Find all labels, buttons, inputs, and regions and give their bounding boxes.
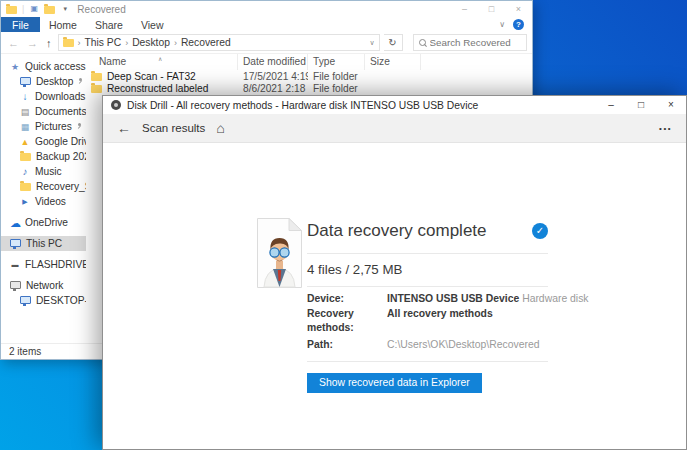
device-value: INTENSO USB USB Device Hardware disk (387, 292, 589, 307)
column-header-name[interactable]: ∧Name (86, 54, 238, 70)
search-input[interactable] (430, 37, 522, 48)
forward-icon[interactable]: → (25, 37, 40, 49)
pin-icon (77, 123, 83, 130)
computer-icon (20, 296, 31, 304)
column-header-date-modified[interactable]: Date modified (238, 54, 308, 70)
breadcrumb-separator: › (125, 38, 128, 48)
column-header-size[interactable]: Size (365, 54, 421, 70)
file-row[interactable]: Reconstructed labeled 8/6/2021 2:18 μμ F… (86, 83, 532, 96)
explorer-window-title: Recovered (77, 4, 125, 15)
more-options-icon[interactable]: ••• (659, 124, 672, 133)
sidebar-item-flashdrive[interactable]: ▬ FLASHDRIVE (E:) (1, 257, 86, 272)
tab-view[interactable]: View (132, 17, 173, 32)
navigation-pane: ★ Quick access Desktop ↓ Downloads ▤ Doc… (1, 54, 86, 344)
diskdrill-window-controls: – □ × (596, 96, 686, 114)
breadcrumb[interactable]: › This PC › Desktop › Recovered ∨ (58, 34, 380, 51)
star-icon: ★ (10, 62, 20, 72)
minimize-button[interactable]: – (451, 2, 478, 17)
file-name-cell: Deep Scan - FAT32 (86, 71, 238, 82)
tab-file[interactable]: File (1, 17, 40, 32)
video-icon: ▶ (20, 197, 30, 207)
quick-access-toolbar: | ▣ ▾ (6, 4, 70, 14)
sidebar-item-recovery-sample[interactable]: Recovery_Sample_C (1, 179, 86, 194)
diskdrill-window: Disk Drill - All recovery methods - Hard… (102, 95, 687, 450)
sidebar-item-label: Quick access (25, 61, 86, 72)
sidebar-item-network-pc[interactable]: DESKTOP-HU849TS (1, 293, 86, 308)
sidebar-item-label: Google Drive (35, 136, 86, 147)
sidebar-item-label: Recovery_Sample_C (36, 181, 86, 192)
ribbon-tabs: File Home Share View ∨ ? (1, 17, 532, 32)
close-button[interactable]: × (656, 96, 686, 114)
music-note-icon: ♪ (20, 167, 30, 177)
path-row: Path: C:\Users\OK\Desktop\Recovered (307, 338, 548, 353)
qat-customize-icon[interactable]: ▾ (60, 4, 70, 14)
device-extra: Hardware disk (522, 293, 588, 304)
ribbon-collapse-icon[interactable]: ∨ (499, 20, 505, 29)
back-icon[interactable]: ← (117, 120, 131, 136)
sidebar-item-label: Videos (35, 196, 66, 207)
column-header-type[interactable]: Type (308, 54, 365, 70)
sidebar-item-music[interactable]: ♪ Music (1, 164, 86, 179)
maximize-button[interactable]: □ (626, 96, 656, 114)
diskdrill-content: Data recovery complete ✓ 4 files / 2,75 … (103, 143, 686, 449)
divider (307, 361, 548, 362)
search-icon (419, 39, 426, 46)
sidebar-item-pictures[interactable]: ▦ Pictures (1, 119, 86, 134)
sidebar-item-desktop[interactable]: Desktop (1, 74, 86, 89)
new-folder-icon[interactable] (44, 6, 55, 14)
sidebar-item-label: Network (26, 280, 63, 291)
tab-share[interactable]: Share (86, 17, 132, 32)
sidebar-item-network[interactable]: Network (1, 278, 86, 293)
help-icon[interactable]: ? (513, 19, 524, 30)
file-type-cell: File folder (308, 71, 365, 82)
up-icon[interactable]: ↑ (44, 37, 54, 49)
diskdrill-titlebar: Disk Drill - All recovery methods - Hard… (103, 96, 686, 114)
address-bar: ← → ↑ › This PC › Desktop › Recovered ∨ … (1, 32, 532, 54)
path-label: Path: (307, 338, 387, 353)
file-name-cell: Reconstructed labeled (86, 83, 238, 94)
sort-ascending-icon: ∧ (158, 51, 162, 67)
close-button[interactable]: × (505, 2, 532, 17)
file-date-cell: 17/5/2021 4:19 μμ (238, 71, 308, 82)
document-icon: ▤ (20, 107, 30, 117)
sidebar-item-backup[interactable]: Backup 2021-02-07 (1, 149, 86, 164)
recovery-avatar-illustration (256, 217, 303, 289)
sidebar-item-videos[interactable]: ▶ Videos (1, 194, 86, 209)
window-folder-icon (6, 6, 17, 14)
sidebar-item-quick-access[interactable]: ★ Quick access (1, 59, 86, 74)
breadcrumb-folder-icon (63, 39, 74, 47)
ribbon-right-controls: ∨ ? (499, 17, 532, 32)
download-arrow-icon: ↓ (20, 92, 30, 102)
explorer-window-controls: – □ × (451, 2, 532, 17)
diskdrill-app-icon (111, 100, 121, 110)
computer-icon (10, 239, 21, 247)
column-headers: ∧Name Date modified Type Size (86, 54, 532, 70)
file-row[interactable]: Deep Scan - FAT32 17/5/2021 4:19 μμ File… (86, 70, 532, 83)
breadcrumb-this-pc[interactable]: This PC (85, 37, 122, 48)
file-type-cell: File folder (308, 83, 365, 94)
breadcrumb-desktop[interactable]: Desktop (132, 37, 170, 48)
sidebar-item-downloads[interactable]: ↓ Downloads (1, 89, 86, 104)
back-icon[interactable]: ← (6, 37, 21, 49)
maximize-button[interactable]: □ (478, 2, 505, 17)
sidebar-item-this-pc[interactable]: This PC (1, 236, 86, 251)
sidebar-item-google-drive[interactable]: ▲ Google Drive (1, 134, 86, 149)
tab-home[interactable]: Home (40, 17, 86, 32)
refresh-icon[interactable]: ↻ (384, 34, 403, 51)
home-icon[interactable]: ⌂ (216, 120, 224, 136)
page-title: Data recovery complete (307, 220, 487, 242)
breadcrumb-recovered[interactable]: Recovered (181, 37, 231, 48)
diskdrill-window-title: Disk Drill - All recovery methods - Hard… (127, 100, 478, 111)
breadcrumb-separator: › (78, 38, 81, 48)
diskdrill-toolbar: ← Scan results ⌂ ••• (103, 114, 686, 143)
show-recovered-data-button[interactable]: Show recovered data in Explorer (307, 373, 482, 393)
sidebar-item-onedrive[interactable]: ☁ OneDrive (1, 215, 86, 230)
sidebar-item-documents[interactable]: ▤ Documents (1, 104, 86, 119)
sidebar-item-label: Documents (35, 106, 86, 117)
address-dropdown-icon[interactable]: ∨ (369, 39, 374, 47)
recovery-methods-label: Recovery methods: (307, 307, 387, 336)
properties-icon[interactable]: ▣ (29, 4, 39, 14)
folder-icon (91, 73, 102, 81)
minimize-button[interactable]: – (596, 96, 626, 114)
sidebar-item-label: Music (35, 166, 62, 177)
